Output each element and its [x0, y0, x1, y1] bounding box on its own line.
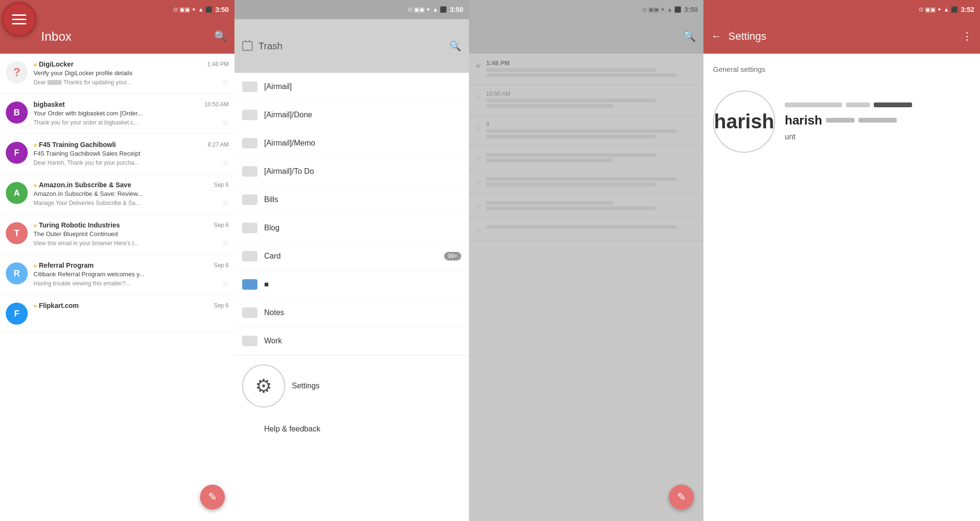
folder-badge-card: 99+ [444, 252, 461, 260]
email-preview-row-bigbasket: Thank you for your order at bigbasket.c.… [33, 118, 229, 127]
overlay-bar-3b [486, 135, 656, 138]
settings-status-icons: ⊙ ▣▣ ✦ ▲ ⬛ [919, 6, 958, 13]
avatar-referral: R [6, 262, 28, 284]
folder-search-icon[interactable]: 🔍 [449, 40, 461, 52]
overlay-status-icons: ⊙ ▣▣ ✦ ▲ ⬛ [642, 6, 681, 13]
settings-menu-label: Settings [292, 382, 320, 390]
email-item-turing[interactable]: T » Turing Robotic Industries Sep 6 The … [0, 215, 234, 255]
email-preview-row-digilocker: Dear Thanks for updating your... ☆ [33, 78, 229, 87]
overlay-star-5: ☆ [475, 178, 481, 187]
overlay-bar-5a [486, 177, 677, 181]
star-icon-f45[interactable]: ☆ [222, 158, 229, 167]
email-time-f45: 8:27 AM [208, 141, 229, 148]
email-preview-referral: Having trouble viewing this emailer?... [33, 280, 219, 287]
folder-item-blog[interactable]: Blog [234, 214, 469, 242]
overlay-bar-3a [486, 129, 677, 133]
account-name-in-avatar: harish [714, 110, 774, 133]
folder-item-airmail[interactable]: [Airmail] [234, 73, 469, 101]
general-settings-label: General settings [703, 54, 980, 81]
folder-item-airmail-todo[interactable]: [Airmail]/To Do [234, 158, 469, 186]
folder-item-card[interactable]: Card 99+ [234, 242, 469, 271]
priority-icon-turing: » [33, 222, 37, 229]
inbox-status-icons: ⊙ ▣▣ ✦ ▲ ⬛ [173, 6, 212, 13]
email-item-f45[interactable]: F » F45 Training Gachibowli 8:27 AM F45 … [0, 134, 234, 174]
gear-icon-circle: ⚙ [242, 364, 285, 408]
overlay-content-2: 10:50 AM [486, 91, 698, 109]
inbox-search-icon[interactable]: 🔍 [214, 30, 227, 43]
folder-name-blog: Blog [264, 224, 461, 232]
email-time-amazon: Sep 6 [214, 181, 229, 188]
inbox-status-time: 3:50 [215, 6, 229, 13]
email-item-bigbasket[interactable]: B bigbasket 10:50 AM Your Order with big… [0, 94, 234, 134]
email-item-amazon[interactable]: A » Amazon.in Subscribe & Save Sep 6 Ama… [0, 174, 234, 215]
avatar-f45: F [6, 142, 28, 164]
compose-fab[interactable]: ✎ [200, 485, 225, 510]
overlay-star-4: ☆ [475, 154, 481, 163]
email-content-flipkart: » Flipkart.com Sep 6 [33, 302, 229, 311]
hamburger-button[interactable] [2, 2, 36, 36]
email-preview-row-amazon: Manage Your Deliveries Subscribe & Sa...… [33, 198, 229, 207]
folder-item-work[interactable]: Work [234, 327, 469, 355]
avatar-digilocker: ? [6, 61, 28, 83]
email-header-f45: » F45 Training Gachibowli 8:27 AM [33, 141, 229, 148]
settings-menu-item[interactable]: ⚙ Settings [234, 355, 469, 416]
folder-name-work: Work [264, 337, 461, 345]
email-sender-amazon: » Amazon.in Subscribe & Save [33, 181, 131, 189]
svg-rect-0 [243, 42, 252, 50]
name-bar-1 [826, 118, 855, 123]
email-item-referral[interactable]: R » Referral Program Sep 6 Citibank Refe… [0, 255, 234, 295]
folder-header: Trash 🔍 [234, 19, 469, 73]
email-subject-bigbasket: Your Order with bigbasket.com [Order... [33, 110, 229, 117]
email-item-digilocker[interactable]: ? » DigiLocker 1:48 PM Verify your DigiL… [0, 54, 234, 94]
overlay-sender-1: 1:48 PM [486, 59, 510, 67]
overlay-content-1: 1:48 PM [486, 59, 698, 79]
overlay-email-item-5: ☆ [469, 170, 703, 194]
back-button[interactable]: ← [711, 30, 722, 43]
star-icon-digilocker[interactable]: ☆ [222, 78, 229, 87]
overlay-bar-2b [486, 104, 613, 108]
settings-page-title: Settings [728, 30, 955, 43]
overlay-status-time: 3:50 [684, 6, 698, 13]
folder-item-bills[interactable]: Bills [234, 186, 469, 214]
folder-name-airmail-todo: [Airmail]/To Do [264, 167, 461, 176]
folder-status-bar: ⊙ ▣▣ ✦ ▲ ⬛ 3:50 [234, 0, 469, 19]
inbox-email-list: ? » DigiLocker 1:48 PM Verify your DigiL… [0, 54, 234, 521]
overlay-content-7 [486, 224, 698, 230]
more-options-button[interactable]: ⋮ [962, 30, 972, 43]
email-bar-3 [874, 102, 912, 107]
email-content-amazon: » Amazon.in Subscribe & Save Sep 6 Amazo… [33, 181, 229, 207]
account-avatar: harish [713, 91, 775, 153]
email-content-turing: » Turing Robotic Industries Sep 6 The Ou… [33, 221, 229, 248]
folder-icon-airmail-todo [242, 166, 257, 177]
folder-panel: ⊙ ▣▣ ✦ ▲ ⬛ 3:50 Trash 🔍 [Airmail] [Airma… [234, 0, 469, 521]
folder-name-airmail-memo: [Airmail]/Memo [264, 139, 461, 147]
overlay-bar-4a [486, 153, 656, 157]
star-icon-referral[interactable]: ☆ [222, 279, 229, 288]
help-menu-item[interactable]: Help & feedback [234, 416, 469, 442]
folder-item-airmail-done[interactable]: [Airmail]/Done [234, 101, 469, 129]
overlay-status-bar: ⊙ ▣▣ ✦ ▲ ⬛ 3:50 [469, 0, 703, 19]
email-sender-bigbasket: bigbasket [33, 101, 65, 108]
email-time-digilocker: 1:48 PM [207, 61, 229, 68]
overlay-compose-fab[interactable]: ✎ [669, 485, 694, 510]
account-email-row [785, 102, 970, 107]
email-preview-f45: Dear Harish, Thank you for your purcha..… [33, 159, 219, 166]
inbox-header: Inbox 🔍 [0, 19, 234, 54]
folder-item-highlighted[interactable]: ■ [234, 271, 469, 299]
priority-icon-amazon: » [33, 181, 37, 189]
overlay-search-icon[interactable]: 🔍 [683, 30, 696, 43]
star-icon-amazon[interactable]: ☆ [222, 198, 229, 207]
account-name-row: harish [785, 113, 970, 128]
star-icon-bigbasket[interactable]: ☆ [222, 118, 229, 127]
email-subject-turing: The Outer Blueprint Continued [33, 230, 229, 238]
email-item-flipkart[interactable]: F » Flipkart.com Sep 6 [0, 295, 234, 332]
overlay-star-1: ★ [475, 61, 481, 70]
hamburger-line-3 [12, 23, 26, 24]
folder-item-airmail-memo[interactable]: [Airmail]/Memo [234, 129, 469, 158]
avatar-turing: T [6, 222, 28, 244]
star-icon-turing[interactable]: ☆ [222, 238, 229, 248]
help-menu-label: Help & feedback [264, 425, 320, 433]
overlay-time-3: 8 [486, 121, 490, 128]
folder-item-notes[interactable]: Notes [234, 299, 469, 327]
folder-list: [Airmail] [Airmail]/Done [Airmail]/Memo … [234, 73, 469, 521]
